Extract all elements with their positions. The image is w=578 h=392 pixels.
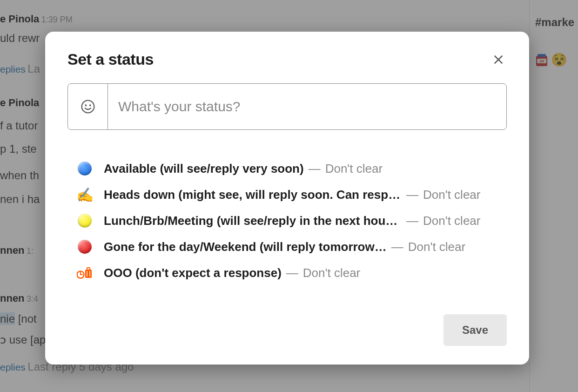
svg-point-6 — [89, 105, 91, 106]
separator: — — [309, 162, 321, 176]
emoji-picker-button[interactable] — [68, 84, 108, 129]
close-button[interactable] — [490, 51, 507, 68]
modal-header: Set a status — [67, 50, 507, 68]
status-input-container — [67, 83, 507, 130]
blue-circle-icon — [77, 161, 93, 176]
svg-rect-11 — [87, 268, 90, 270]
status-option-ooo[interactable]: OOO (don't expect a response) — Don't cl… — [67, 260, 507, 286]
status-option-lunch[interactable]: Lunch/Brb/Meeting (will see/reply in the… — [67, 208, 507, 234]
status-option-heads-down[interactable]: ✍️ Heads down (might see, will reply soo… — [67, 182, 507, 208]
svg-rect-10 — [85, 270, 92, 278]
modal-footer: Save — [444, 314, 507, 346]
svg-point-5 — [85, 105, 87, 106]
status-clear-label: Don't clear — [303, 266, 360, 280]
status-option-label: Available (will see/reply very soon) — [104, 162, 304, 176]
status-option-label: Lunch/Brb/Meeting (will see/reply in the… — [104, 214, 402, 228]
status-modal: Set a status Available (will see/reply v… — [45, 32, 529, 365]
save-button[interactable]: Save — [444, 314, 507, 346]
writing-hand-icon: ✍️ — [77, 187, 93, 203]
status-option-label: Heads down (might see, will reply soon. … — [104, 188, 402, 202]
modal-title: Set a status — [67, 50, 154, 68]
status-option-label: Gone for the day/Weekend (will reply tom… — [104, 240, 387, 254]
separator: — — [406, 188, 418, 202]
yellow-circle-icon — [77, 213, 93, 229]
status-options-list: Available (will see/reply very soon) — D… — [67, 155, 507, 286]
separator: — — [406, 214, 418, 228]
svg-point-4 — [81, 101, 94, 113]
ooo-luggage-icon — [77, 265, 93, 281]
status-option-available[interactable]: Available (will see/reply very soon) — D… — [67, 155, 507, 182]
status-clear-label: Don't clear — [423, 214, 480, 228]
status-option-label: OOO (don't expect a response) — [104, 266, 282, 280]
red-circle-icon — [77, 239, 93, 255]
separator: — — [391, 240, 403, 254]
separator: — — [286, 266, 298, 280]
status-text-input[interactable] — [108, 99, 506, 115]
status-clear-label: Don't clear — [408, 240, 465, 254]
status-clear-label: Don't clear — [325, 162, 383, 176]
status-option-gone[interactable]: Gone for the day/Weekend (will reply tom… — [67, 234, 507, 260]
smile-icon — [81, 99, 95, 114]
close-icon — [492, 54, 504, 66]
status-clear-label: Don't clear — [423, 188, 480, 202]
